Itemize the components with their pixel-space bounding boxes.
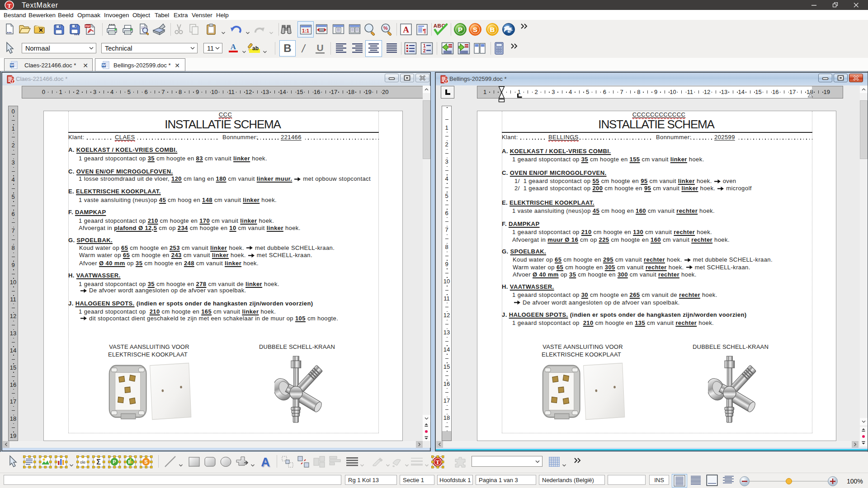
svg-text:P: P <box>458 26 462 33</box>
svg-text:A: A <box>403 25 409 34</box>
svg-text:2: 2 <box>423 48 426 53</box>
svg-text:100%: 100% <box>847 478 863 485</box>
svg-text:A: A <box>261 455 270 469</box>
svg-text:U: U <box>316 42 323 53</box>
svg-text:T: T <box>435 459 439 465</box>
svg-text:S: S <box>473 26 477 33</box>
svg-text:T: T <box>445 79 448 84</box>
svg-text:B: B <box>490 26 495 33</box>
svg-text:W: W <box>102 63 106 67</box>
svg-text:PDF: PDF <box>85 25 91 28</box>
svg-text:W: W <box>10 63 14 67</box>
svg-text:B: B <box>283 42 291 54</box>
svg-text:/: / <box>301 42 306 55</box>
svg-text:A: A <box>231 42 236 51</box>
svg-text:S: S <box>144 459 147 465</box>
svg-text:T: T <box>7 2 11 9</box>
svg-text:Σ: Σ <box>96 458 101 466</box>
svg-text:¶: ¶ <box>423 28 426 34</box>
svg-text:ole: ole <box>80 460 85 465</box>
svg-text:ab: ab <box>252 45 259 52</box>
svg-text:1:1: 1:1 <box>302 28 309 33</box>
svg-text:%: % <box>383 25 388 31</box>
svg-text:P: P <box>113 459 116 465</box>
svg-text:T: T <box>11 79 14 84</box>
svg-text:1: 1 <box>423 43 426 48</box>
